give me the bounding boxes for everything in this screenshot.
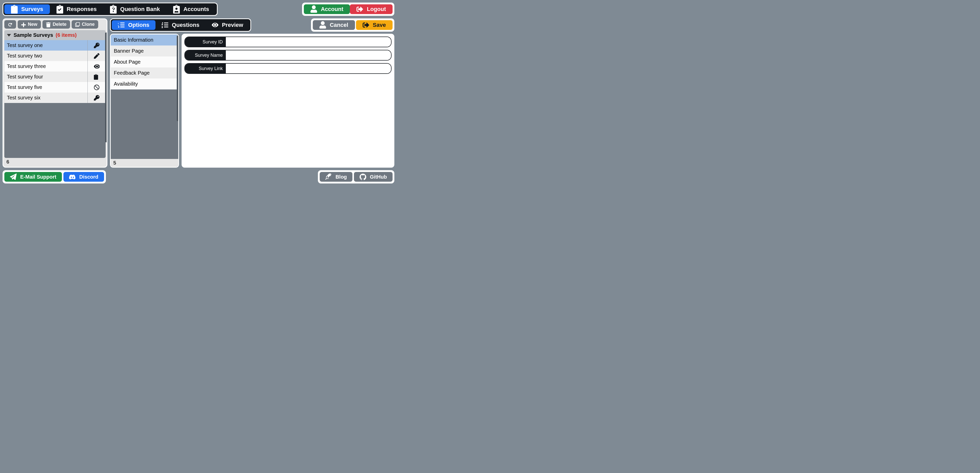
form-panel: Survey ID Survey Name Survey Link <box>181 34 395 168</box>
nav-question-bank-label: Question Bank <box>120 6 160 13</box>
caret-down-icon <box>7 34 11 37</box>
email-support-label: E-Mail Support <box>20 174 56 180</box>
logout-button[interactable]: Logout <box>350 4 393 14</box>
discord-label: Discord <box>79 174 98 180</box>
survey-status-ban-icon <box>88 82 106 92</box>
clipboard-check-icon <box>57 6 63 13</box>
plus-icon <box>21 22 26 27</box>
option-section-item[interactable]: Basic Information <box>111 35 178 46</box>
discord-button[interactable]: Discord <box>64 172 104 182</box>
clipboard-icon <box>11 6 18 13</box>
editor-subnav: Options Questions Preview <box>110 18 251 32</box>
github-label: GitHub <box>370 174 387 180</box>
clone-icon <box>75 22 80 27</box>
cancel-button[interactable]: Cancel <box>313 20 355 30</box>
survey-id-input[interactable] <box>226 37 391 47</box>
nav-question-bank[interactable]: Question Bank <box>103 4 167 14</box>
survey-name: Test survey three <box>4 61 88 71</box>
survey-link-input[interactable] <box>226 63 391 73</box>
logout-label: Logout <box>367 6 386 13</box>
field-survey-name: Survey Name <box>185 50 391 60</box>
survey-row[interactable]: Test survey five <box>4 82 106 92</box>
survey-group-header[interactable]: Sample Surveys (6 items) <box>4 30 106 40</box>
tab-preview-label: Preview <box>222 22 243 29</box>
nav-responses-label: Responses <box>67 6 97 13</box>
survey-id-label: Survey ID <box>185 37 226 47</box>
survey-name: Test survey four <box>4 71 88 82</box>
survey-status-clipboard-icon <box>88 71 106 82</box>
tab-options[interactable]: Options <box>112 20 156 30</box>
editor-actions: Cancel Save <box>311 18 395 32</box>
options-count-footer: 5 <box>111 159 178 167</box>
list-ol-icon <box>162 22 168 29</box>
survey-name: Test survey six <box>4 92 88 103</box>
field-survey-link: Survey Link <box>185 63 391 74</box>
group-count: (6 items) <box>56 32 77 38</box>
refresh-icon <box>8 22 13 27</box>
trash-icon <box>46 22 51 27</box>
user-icon <box>310 6 317 13</box>
clone-button[interactable]: Clone <box>72 20 98 29</box>
editor-column: Options Questions Preview Cancel <box>110 18 395 168</box>
save-button[interactable]: Save <box>356 20 393 30</box>
survey-row[interactable]: Test survey three <box>4 61 106 71</box>
survey-list: Test survey oneTest survey twoTest surve… <box>4 40 106 158</box>
nav-surveys[interactable]: Surveys <box>4 4 50 14</box>
clipboard-user-icon <box>173 6 180 13</box>
survey-row[interactable]: Test survey two <box>4 51 106 61</box>
github-icon <box>360 173 366 180</box>
survey-name-input[interactable] <box>226 50 391 60</box>
list-check-icon <box>118 22 124 29</box>
tab-questions[interactable]: Questions <box>156 20 205 30</box>
option-section-item[interactable]: Feedback Page <box>111 67 178 78</box>
cancel-label: Cancel <box>330 22 348 29</box>
group-title: Sample Surveys <box>14 32 53 38</box>
clipboard-question-icon <box>110 6 117 13</box>
nav-responses[interactable]: Responses <box>50 4 103 14</box>
field-survey-id: Survey ID <box>185 37 391 47</box>
eye-icon <box>212 22 218 29</box>
clone-label: Clone <box>82 22 95 27</box>
save-label: Save <box>373 22 386 29</box>
survey-name: Test survey two <box>4 51 88 61</box>
survey-name-label: Survey Name <box>185 50 226 60</box>
support-links: E-Mail Support Discord <box>3 170 106 184</box>
scrollbar-thumb[interactable] <box>177 35 178 121</box>
survey-status-key-icon <box>88 40 106 51</box>
option-section-item[interactable]: About Page <box>111 57 178 67</box>
github-button[interactable]: GitHub <box>354 172 393 182</box>
logout-icon <box>363 22 369 29</box>
scrollbar-thumb[interactable] <box>105 32 107 142</box>
option-section-item[interactable]: Banner Page <box>111 46 178 57</box>
nav-accounts[interactable]: Accounts <box>167 4 216 14</box>
new-button[interactable]: New <box>18 20 41 29</box>
discord-icon <box>69 173 76 180</box>
survey-row[interactable]: Test survey four <box>4 71 106 82</box>
survey-list-panel: New Delete Clone Sample Surveys (6 items… <box>3 18 107 168</box>
account-label: Account <box>321 6 343 13</box>
nav-surveys-label: Surveys <box>21 6 43 13</box>
tab-preview[interactable]: Preview <box>205 20 249 30</box>
survey-row[interactable]: Test survey six <box>4 92 106 103</box>
main-nav: Surveys Responses Question Bank Accounts <box>3 3 218 16</box>
delete-label: Delete <box>52 22 67 27</box>
account-button[interactable]: Account <box>304 4 350 14</box>
user-icon <box>320 22 326 29</box>
survey-link-label: Survey Link <box>185 63 226 73</box>
feather-icon <box>325 173 332 180</box>
survey-row[interactable]: Test survey one <box>4 40 106 51</box>
account-nav: Account Logout <box>302 3 395 16</box>
survey-status-pencil-icon <box>88 51 106 61</box>
blog-button[interactable]: Blog <box>320 172 352 182</box>
refresh-button[interactable] <box>4 20 16 29</box>
survey-name: Test survey five <box>4 82 88 92</box>
email-support-button[interactable]: E-Mail Support <box>4 172 62 182</box>
survey-status-key-icon <box>88 92 106 103</box>
nav-accounts-label: Accounts <box>183 6 209 13</box>
delete-button[interactable]: Delete <box>43 20 70 29</box>
external-links: Blog GitHub <box>318 170 395 184</box>
paper-plane-icon <box>10 173 17 180</box>
new-label: New <box>28 22 37 27</box>
option-section-item[interactable]: Availability <box>111 78 178 89</box>
tab-options-label: Options <box>128 22 150 29</box>
